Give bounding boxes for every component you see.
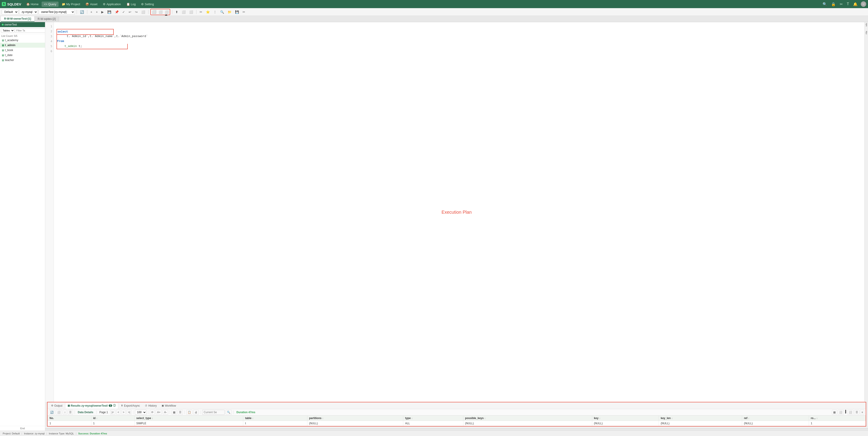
nav-asset[interactable]: 📦 Asset <box>83 2 100 7</box>
table-type-select[interactable]: Tables <box>1 28 14 33</box>
add-tab-btn[interactable]: + <box>89 9 94 15</box>
code-line-3: t.`Admin_id`,t.`Admin_name`,t.`Admin_pas… <box>57 34 865 39</box>
sidebar-toolbar: Tables 🔄 <box>0 27 45 34</box>
nav-home[interactable]: 🏠 Home <box>24 2 41 7</box>
tab-workflow[interactable]: ▣ Workflow <box>159 403 178 408</box>
col-rows[interactable]: ro... ↕ <box>809 416 866 421</box>
prev-page-btn[interactable]: < <box>116 410 121 415</box>
copy3-btn[interactable]: ⬜ <box>838 410 844 415</box>
sidebar-item-t-date[interactable]: ▦ t_date <box>0 53 45 58</box>
tab-sqldev[interactable]: R-W-sqldev-[2] <box>35 16 59 22</box>
col-no[interactable]: No. <box>48 416 91 421</box>
exec-plan-btn1[interactable]: ⬜ <box>151 9 158 15</box>
scissors-btn[interactable]: ✂ <box>241 9 247 15</box>
code-line-5: t_admin t; <box>57 44 865 49</box>
filter-btn[interactable]: ☰ <box>68 410 73 415</box>
data-details-tab[interactable]: Data Details <box>76 410 95 414</box>
raw-view-btn[interactable]: ☰ <box>178 410 183 415</box>
col-id[interactable]: id ↕ <box>91 416 134 421</box>
sidebar-item-t-academy[interactable]: ▦ t_academy <box>0 38 45 43</box>
list-view-btn[interactable]: ≡ <box>860 410 864 415</box>
check-btn[interactable]: ✓ <box>121 9 126 15</box>
col-table[interactable]: table ↕ <box>243 416 307 421</box>
sidebar-item-label: t_academy <box>5 39 18 42</box>
grid-view-btn[interactable]: ▦ <box>832 410 837 415</box>
search-icon[interactable]: 🔍 <box>822 2 828 7</box>
copy-results-btn[interactable]: ⬜ <box>56 410 62 415</box>
col-ref[interactable]: ref ↕ <box>742 416 809 421</box>
tab-ownertest[interactable]: R-W-M-ownerTest-[1] <box>1 16 35 22</box>
undo-btn[interactable]: ↩ <box>127 9 133 15</box>
col-select-type[interactable]: select_type ↕ <box>134 416 243 421</box>
project-icon: 📁 <box>62 2 65 6</box>
search-toolbar-btn[interactable]: 🔍 <box>219 9 225 15</box>
nav-setting[interactable]: ⚙ Setting <box>139 2 156 7</box>
lock-icon[interactable]: 🔒 <box>830 2 837 7</box>
logo-icon: S <box>2 2 6 6</box>
column-btn[interactable]: ☰ <box>854 410 860 415</box>
tab-output[interactable]: ⚙ Output <box>49 403 65 408</box>
conn-select[interactable]: ownerTest [zy-mysql] <box>39 9 75 15</box>
sql-editor[interactable]: select t.`Admin_id`,t.`Admin_name`,t.`Ad… <box>54 22 868 402</box>
font-increase-btn[interactable]: A+ <box>156 410 162 415</box>
setting-icon: ⚙ <box>141 2 144 6</box>
copy-btn[interactable]: ⬜ <box>140 9 147 15</box>
search-results-btn[interactable]: 🔍 <box>225 410 232 415</box>
refresh-btn[interactable]: 🔄 <box>79 9 85 15</box>
file-icon[interactable]: File <box>865 31 868 34</box>
col-partitions[interactable]: partitions ↕ <box>307 416 403 421</box>
sidebar-item-t-book[interactable]: ▦ t_book <box>0 48 45 53</box>
translate-icon[interactable]: T <box>846 2 850 6</box>
sort-btn[interactable]: ↕ <box>63 410 67 415</box>
expand-btn[interactable]: ⬜ <box>847 410 854 415</box>
nav-my-project[interactable]: 📁 My Project <box>59 2 82 7</box>
sidebar-item-t-admin[interactable]: ▦ t_admin <box>0 43 45 48</box>
add-btn[interactable]: + <box>94 9 99 15</box>
col-key[interactable]: key ↕ <box>592 416 659 421</box>
user-avatar[interactable]: U <box>861 1 866 7</box>
rows-btn[interactable]: ⬜ <box>188 9 194 15</box>
next-page-btn[interactable]: > <box>121 410 126 415</box>
exec-plan-btn2[interactable]: ⬜ <box>158 9 164 15</box>
save-btn[interactable]: 💾 <box>106 9 113 15</box>
table-btn[interactable]: ⬜ <box>180 9 187 15</box>
col-key-len[interactable]: key_len ↕ <box>659 416 742 421</box>
font-decrease-btn[interactable]: A- <box>163 410 168 415</box>
info-icon[interactable]: Info <box>865 23 868 27</box>
refresh-results-btn[interactable]: 🔄 <box>49 410 55 415</box>
copy2-btn[interactable]: 📋 <box>186 410 192 415</box>
tab-history[interactable]: ⏱ History <box>143 403 159 408</box>
export-btn[interactable]: ⬆ <box>174 9 180 15</box>
exec-plan-btn3[interactable]: ⬜ <box>164 9 170 15</box>
tab-export[interactable]: ⬆ Export/Async <box>119 403 142 408</box>
sidebar-item-teacher[interactable]: ▦ teacher <box>0 58 45 63</box>
col-possible-keys[interactable]: possible_keys ↕ <box>463 416 592 421</box>
nav-log[interactable]: 📋 Log <box>124 2 138 7</box>
db-select[interactable]: zy-mysql <box>19 9 38 15</box>
search-results-input[interactable] <box>202 410 225 415</box>
folder-btn[interactable]: 📁 <box>226 9 233 15</box>
table-view-btn[interactable]: ▦ <box>172 410 177 415</box>
save2-btn[interactable]: 💾 <box>234 9 240 15</box>
reload-btn[interactable]: ⟳ <box>150 410 155 415</box>
nav-application[interactable]: ⚙ Application <box>101 2 123 7</box>
first-page-btn[interactable]: |< <box>110 410 115 415</box>
col-type[interactable]: type ↕ <box>403 416 463 421</box>
redo-btn[interactable]: ↪ <box>133 9 139 15</box>
cut-btn[interactable]: ✂ <box>198 9 204 15</box>
tab-results[interactable]: ▦ Results zy-mysql/ownerTest/ 1 ⓘ <box>65 403 118 409</box>
bell-icon[interactable]: 🔔 <box>852 2 859 7</box>
star-btn[interactable]: ⭐ <box>205 9 211 15</box>
env-select[interactable]: Default <box>2 9 18 15</box>
tools-icon[interactable]: ✂ <box>839 2 844 7</box>
print-btn[interactable]: 🖨 <box>193 410 199 415</box>
pin-btn[interactable]: 📌 <box>114 9 120 15</box>
more-btn[interactable]: ⋮ <box>212 9 218 15</box>
page-size-select[interactable]: 100 <box>135 410 147 415</box>
run-btn[interactable]: ▶ <box>100 9 105 15</box>
nav-query[interactable]: <> Query <box>41 2 59 7</box>
last-page-btn[interactable]: >| <box>127 410 131 415</box>
h-scrollbar[interactable] <box>45 428 868 431</box>
line-num-1: 1 <box>45 24 54 29</box>
sidebar-filter-input[interactable] <box>15 28 45 33</box>
